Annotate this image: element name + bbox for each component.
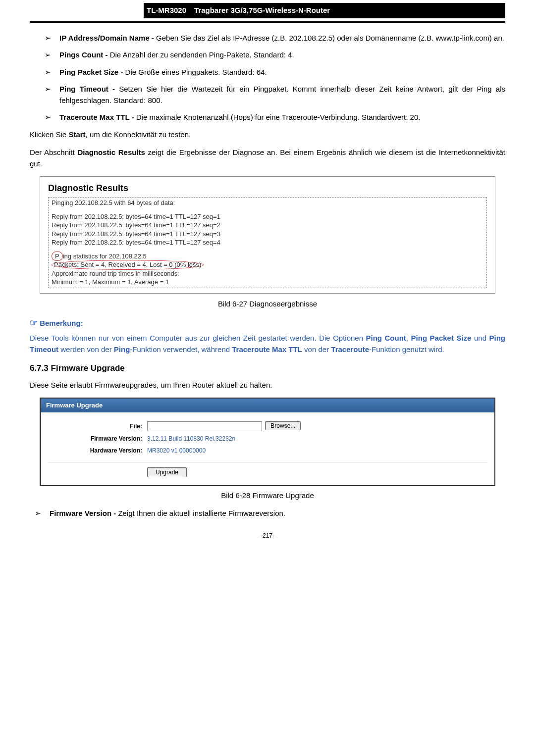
list-item: Pings Count - Die Anzahl der zu sendende…	[45, 50, 505, 61]
diagnostic-output: Pinging 202.108.22.5 with 64 bytes of da…	[48, 197, 487, 288]
firmware-upgrade-panel: Firmware Upgrade File: Browse... Firmwar…	[40, 398, 495, 486]
text: ,	[406, 334, 411, 342]
paragraph: Der Abschnitt Diagnostic Results zeigt d…	[30, 147, 505, 169]
text: Klicken Sie	[30, 130, 68, 139]
page-number: -217-	[30, 531, 505, 540]
diag-text: ackets: Sent = 4, Received = 4, Lost = 0…	[58, 261, 202, 268]
firmware-panel-title: Firmware Upgrade	[41, 399, 494, 412]
bold-text: Diagnostic Results	[77, 148, 145, 156]
firmware-panel-body: File: Browse... Firmware Version: 3.12.1…	[41, 412, 494, 485]
bold-text: Start	[68, 130, 85, 139]
bold-text: Ping	[114, 345, 130, 353]
file-label: File:	[48, 422, 147, 431]
text: -Funktion verwendet, während	[130, 345, 232, 353]
text: Der Abschnitt	[30, 148, 77, 156]
bold-text: Traceroute	[331, 345, 369, 353]
term-text: Die Größe eines Pingpakets. Standard: 64…	[123, 68, 267, 76]
text: werden von der	[58, 345, 114, 353]
term-text: - Geben Sie das Ziel als IP-Adresse (z.B…	[150, 34, 504, 42]
note-body: Diese Tools können nur von einem Compute…	[30, 333, 505, 355]
text: -Funktion genutzt wird.	[369, 345, 444, 353]
diag-text: ing statistics for 202.108.22.5	[63, 252, 147, 260]
upgrade-button[interactable]: Upgrade	[147, 467, 187, 477]
diag-line: Reply from 202.108.22.5: bytes=64 time=1…	[52, 221, 483, 230]
term-text: Zeigt Ihnen die aktuell installierte Fir…	[116, 509, 285, 517]
firmware-version-row: Firmware Version: 3.12.11 Build 110830 R…	[48, 434, 487, 443]
paragraph: Klicken Sie Start, um die Konnektivität …	[30, 129, 505, 141]
header-subtitle: Tragbarer 3G/3,75G-Wireless-N-Router	[194, 6, 330, 14]
term: Ping Packet Size -	[59, 68, 123, 76]
paragraph: Diese Seite erlaubt Firmwareupgrades, um…	[30, 380, 505, 391]
diag-stats-highlight: Ping statistics for 202.108.22.5 ing sta…	[52, 252, 483, 269]
list-item: Traceroute Max TTL - Die maximale Knoten…	[45, 112, 505, 123]
diag-line: Approximate round trip times in millisec…	[52, 269, 483, 278]
text: und	[471, 334, 489, 342]
figure-caption: Bild 6-27 Diagnoseergebnisse	[30, 299, 505, 310]
figure-caption: Bild 6-28 Firmware Upgrade	[30, 490, 505, 502]
upgrade-row: Upgrade	[48, 467, 487, 477]
bold-text: Ping Packet Size	[411, 334, 472, 342]
file-controls: Browse...	[147, 421, 301, 431]
separator	[48, 462, 487, 462]
term-text: Die Anzahl der zu sendenden Ping-Pakete.…	[108, 50, 294, 59]
diag-line: Reply from 202.108.22.5: bytes=64 time=1…	[52, 230, 483, 239]
list-item: Ping Timeout - Setzen Sie hier die Warte…	[45, 84, 505, 106]
text: Diese Tools können nur von einem Compute…	[30, 334, 366, 342]
term: Traceroute Max TTL -	[59, 113, 134, 121]
diagnostic-title: Diagnostic Results	[48, 182, 487, 195]
header-title: TL-MR3020Tragbarer 3G/3,75G-Wireless-N-R…	[144, 3, 505, 18]
note-label: Bemerkung:	[40, 319, 83, 327]
highlight-oval: Packets: Sent = 4, Received = 4, Lost = …	[52, 260, 204, 270]
pointing-hand-icon: ☞	[30, 318, 38, 328]
list-item: Ping Packet Size - Die Größe eines Pingp…	[45, 67, 505, 78]
diag-line: Pinging 202.108.22.5 with 64 bytes of da…	[52, 199, 483, 207]
firmware-version-value: 3.12.11 Build 110830 Rel.32232n	[147, 434, 235, 443]
text: , um die Konnektivität zu testen.	[86, 130, 191, 139]
text: von der	[302, 345, 331, 353]
browse-button[interactable]: Browse...	[265, 421, 301, 430]
bullet-list-1: IP Address/Domain Name - Geben Sie das Z…	[30, 33, 505, 123]
term: Pings Count -	[59, 50, 108, 59]
bullet-list-2: Firmware Version - Zeigt Ihnen die aktue…	[30, 508, 505, 519]
term-text: Setzen Sie hier die Wartezeit für ein Pi…	[59, 85, 505, 104]
file-row: File: Browse...	[48, 421, 487, 431]
list-item: IP Address/Domain Name - Geben Sie das Z…	[45, 33, 505, 44]
diag-line: Reply from 202.108.22.5: bytes=64 time=1…	[52, 212, 483, 221]
hardware-version-label: Hardware Version:	[48, 446, 147, 455]
term: Ping Timeout -	[59, 85, 115, 93]
diagnostic-results-box: Diagnostic Results Pinging 202.108.22.5 …	[40, 176, 495, 294]
header-model: TL-MR3020	[147, 6, 186, 14]
page-header: TL-MR3020Tragbarer 3G/3,75G-Wireless-N-R…	[30, 0, 505, 23]
term-text: Die maximale Knotenanzahl (Hops) für ein…	[134, 113, 421, 121]
diag-text: P	[54, 261, 58, 268]
highlight-oval: Ping statistics for 202.108.22.5	[52, 252, 63, 261]
list-item: Firmware Version - Zeigt Ihnen die aktue…	[35, 508, 505, 519]
term: IP Address/Domain Name	[59, 34, 150, 42]
firmware-version-label: Firmware Version:	[48, 434, 147, 443]
file-input[interactable]	[147, 421, 262, 431]
section-heading: 6.7.3 Firmware Upgrade	[30, 362, 505, 375]
bold-text: Ping Count	[366, 334, 406, 342]
diag-text: P	[55, 252, 59, 260]
term: Firmware Version -	[50, 509, 116, 517]
diag-line: Minimum = 1, Maximum = 1, Average = 1	[52, 278, 483, 287]
bold-text: Traceroute Max TTL	[232, 345, 302, 353]
hardware-version-value: MR3020 v1 00000000	[147, 446, 206, 455]
diag-line: Reply from 202.108.22.5: bytes=64 time=1…	[52, 238, 483, 247]
hardware-version-row: Hardware Version: MR3020 v1 00000000	[48, 446, 487, 455]
note-heading: ☞ Bemerkung:	[30, 316, 505, 330]
